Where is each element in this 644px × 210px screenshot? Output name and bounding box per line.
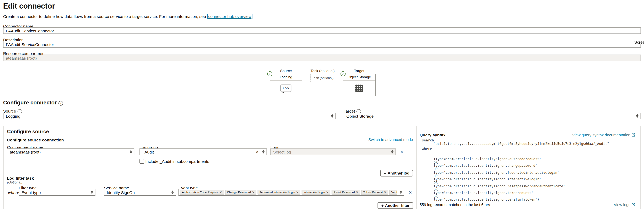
include-audit-subcompartments-label: Include _Audit in subcompartments xyxy=(145,159,209,164)
log-group-combobox[interactable]: _Audit xyxy=(140,148,267,155)
description-input[interactable] xyxy=(3,41,641,48)
event-type-tag: Change Password xyxy=(225,190,256,195)
flow-target-card[interactable]: Object Storage xyxy=(343,74,376,96)
flow-source-service: Logging xyxy=(270,74,302,81)
connector-line xyxy=(335,78,343,78)
query-search-keyword: search xyxy=(422,139,434,142)
query-where-block: (type='com.oraclecloud.identitysignon.au… xyxy=(434,147,636,202)
query-line: type='com.oraclecloud.identitysignon.fed… xyxy=(434,171,636,174)
info-icon[interactable] xyxy=(58,101,63,106)
query-line: type='com.oraclecloud.identitysignon.res… xyxy=(434,184,636,188)
remove-tag-icon[interactable] xyxy=(220,191,222,194)
flow-task-card[interactable]: Task (optional) xyxy=(310,74,335,82)
event-type-tag: Authorization Code Request xyxy=(180,190,224,195)
select-caret-icon xyxy=(389,150,396,154)
select-caret-icon xyxy=(128,150,134,154)
logs-select[interactable]: Select log xyxy=(270,148,396,155)
query-syntax-heading: Query syntax xyxy=(420,132,446,137)
log-records-matched-text: 559 log records matched in the last 6 hr… xyxy=(420,202,490,207)
connector-name-input[interactable] xyxy=(3,27,641,34)
target-service-select[interactable]: Object Storage xyxy=(344,112,641,119)
query-footer-divider xyxy=(416,201,642,201)
query-line: (type='com.oraclecloud.identitysignon.au… xyxy=(434,158,636,161)
select-caret-icon xyxy=(89,190,95,194)
plus-icon xyxy=(381,203,384,208)
service-name-select[interactable]: Identity SignOn xyxy=(104,189,176,196)
event-type-tag: Interactive Login xyxy=(302,190,330,195)
flow-target-label: Target xyxy=(343,68,376,73)
log-filter-heading: Log filter task xyxy=(7,176,34,180)
flow-source-card[interactable]: Logging LOG xyxy=(270,74,302,96)
select-caret-icon xyxy=(398,190,404,194)
source-service-select[interactable]: Logging xyxy=(3,112,336,119)
log-filter-optional: (Optional) xyxy=(7,180,22,184)
select-caret-icon xyxy=(329,114,336,118)
event-type-tag: Verify MFA Token xyxy=(390,190,396,195)
compartment-select[interactable]: ateamsaas (root) xyxy=(7,148,134,155)
another-log-button[interactable]: Another log xyxy=(380,170,413,176)
switch-advanced-mode-link[interactable]: Switch to advanced mode xyxy=(368,138,413,142)
external-link-icon xyxy=(632,133,635,136)
configure-connector-heading-row: Configure connector xyxy=(3,99,63,106)
logging-icon: LOG xyxy=(280,84,292,92)
connector-hub-overview-link[interactable]: connector hub overview xyxy=(207,14,253,19)
clear-log-group-icon[interactable] xyxy=(254,150,260,154)
configure-source-heading: Configure source xyxy=(7,128,49,134)
source-valid-check-icon xyxy=(267,71,272,76)
view-logs-link[interactable]: View logs xyxy=(614,202,635,207)
remove-filter-row-button[interactable] xyxy=(408,190,413,195)
query-syntax-doc-link[interactable]: View query syntax documentation xyxy=(572,133,635,137)
event-type-multiselect[interactable]: Authorization Code RequestChange Passwor… xyxy=(178,189,404,196)
include-audit-subcompartments-checkbox[interactable] xyxy=(140,159,144,164)
configure-connector-heading: Configure connector xyxy=(3,99,57,106)
select-caret-icon xyxy=(634,114,640,118)
select-caret-icon xyxy=(260,150,266,154)
target-valid-check-icon xyxy=(340,71,346,76)
query-search-value: "ocid1.tenancy.oc1..aaaaaaaadymht6gout6m… xyxy=(434,142,636,146)
query-line: type='com.oraclecloud.identitysignon.tok… xyxy=(434,191,636,194)
event-type-tag: Federated Interactive Login xyxy=(258,190,300,195)
remove-tag-icon[interactable] xyxy=(384,191,386,194)
object-storage-icon xyxy=(355,84,363,92)
flow-task-label: Task (optional) xyxy=(304,68,341,73)
plus-icon xyxy=(384,171,386,176)
panel-divider xyxy=(416,126,417,209)
flow-task-text: Task (optional) xyxy=(312,76,334,80)
resource-compartment-input xyxy=(3,54,641,61)
select-caret-icon xyxy=(170,190,176,194)
query-where-keyword: where xyxy=(422,147,432,150)
connector-line xyxy=(302,78,310,78)
screen-overlay-text: Screen xyxy=(634,40,644,44)
flow-target-service: Object Storage xyxy=(343,74,375,81)
remove-tag-icon[interactable] xyxy=(356,191,358,194)
page-intro-text: Create a connector to define how data fl… xyxy=(3,14,207,19)
filter-type-select[interactable]: Event type xyxy=(19,189,96,196)
query-line: OR xyxy=(434,181,636,184)
external-link-icon xyxy=(632,203,635,206)
remove-tag-icon[interactable] xyxy=(326,191,328,194)
page-intro: Create a connector to define how data fl… xyxy=(3,14,253,19)
remove-tag-icon[interactable] xyxy=(252,191,254,194)
page-title: Edit connector xyxy=(3,2,55,10)
edit-connector-page: Edit connector Create a connector to def… xyxy=(0,0,644,210)
remove-tag-icon[interactable] xyxy=(296,191,298,194)
flow-source-label: Source xyxy=(270,68,302,73)
event-type-tag: Token Request xyxy=(361,190,388,195)
remove-log-row-button[interactable] xyxy=(399,149,404,155)
where-label: where xyxy=(8,190,19,196)
query-line: type='com.oraclecloud.identitysignon.int… xyxy=(434,178,636,181)
event-type-tag: Reset Password xyxy=(332,190,360,195)
another-filter-button[interactable]: Another filter xyxy=(378,202,413,209)
query-line: type='com.oraclecloud.identitysignon.cha… xyxy=(434,164,636,168)
